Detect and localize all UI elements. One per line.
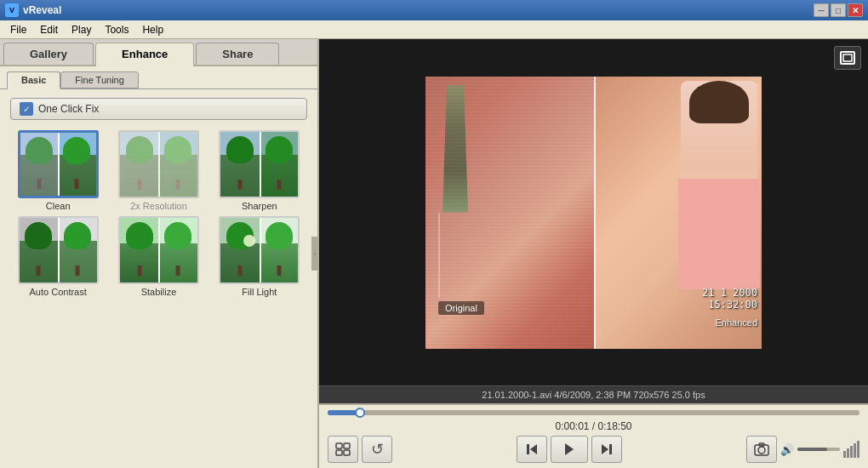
filllight-divider [260, 218, 261, 283]
svg-rect-3 [344, 443, 350, 448]
volume-area: 🔊 [780, 441, 859, 458]
time-display: 0:00:01 / 0:18:50 [328, 420, 859, 432]
snapshot-button[interactable] [746, 436, 777, 463]
svg-rect-7 [527, 444, 529, 454]
window-controls: ─ □ ✕ [814, 3, 863, 17]
maximize-button[interactable]: □ [831, 3, 846, 17]
filter-filllight-thumb [219, 216, 300, 284]
refresh-button[interactable]: ↺ [362, 436, 392, 463]
filter-filllight[interactable]: Fill Light [212, 216, 307, 297]
subtab-basic[interactable]: Basic [7, 71, 60, 89]
filter-sharpen-thumb [219, 130, 300, 198]
transport-controls: 0:00:01 / 0:18:50 ↺ [319, 403, 868, 468]
menubar: File Edit Play Tools Help [0, 20, 868, 39]
filter-autocontrast-thumb [18, 216, 99, 284]
controls-row: ↺ [328, 436, 859, 463]
top-tabs: Gallery Enhance Share [0, 39, 317, 66]
filter-autocontrast-label: Auto Contrast [30, 287, 87, 297]
svg-marker-6 [530, 444, 537, 454]
volume-fill [797, 448, 827, 451]
resolution-divider [158, 132, 160, 197]
menu-file[interactable]: File [3, 22, 33, 37]
filter-resolution-label: 2x Resolution [130, 201, 187, 211]
filter-filllight-label: Fill Light [242, 287, 277, 297]
svg-marker-9 [602, 444, 608, 454]
filter-clean-thumb [18, 130, 99, 198]
tab-gallery[interactable]: Gallery [3, 43, 94, 65]
menu-play[interactable]: Play [65, 22, 98, 37]
skip-back-button[interactable] [517, 436, 547, 463]
enhanced-label: Enhanced [715, 317, 757, 328]
filter-resolution-thumb [118, 130, 199, 198]
svg-rect-2 [336, 443, 342, 448]
check-icon: ✓ [20, 102, 33, 116]
titlebar: V vReveal ─ □ ✕ [0, 0, 868, 20]
filter-sharpen-label: Sharpen [242, 201, 277, 211]
minimize-button[interactable]: ─ [814, 3, 829, 17]
filter-resolution[interactable]: 2x Resolution [111, 130, 206, 211]
menu-edit[interactable]: Edit [33, 22, 65, 37]
filter-sharpen[interactable]: Sharpen [212, 130, 307, 211]
one-click-area: ✓ One Click Fix [0, 89, 317, 127]
clean-divider [58, 133, 60, 196]
seek-bar-container [328, 410, 859, 415]
volume-slider[interactable] [797, 448, 840, 451]
svg-rect-4 [336, 450, 342, 455]
skip-forward-button[interactable] [591, 436, 622, 463]
filter-grid: Clean 2x Resolution [0, 127, 317, 304]
right-panel: 21 1 2000 15:32:00 Enhanced Original 21.… [319, 39, 868, 468]
filter-stabilize-label: Stabilize [141, 287, 177, 297]
filter-clean-label: Clean [46, 201, 71, 211]
filter-clean[interactable]: Clean [10, 130, 106, 211]
menu-help[interactable]: Help [135, 22, 170, 37]
fullscreen-button[interactable] [834, 46, 861, 70]
app-icon: V [5, 3, 19, 17]
one-click-fix-button[interactable]: ✓ One Click Fix [10, 98, 307, 120]
video-timestamp: 21 1 2000 15:32:00 [702, 287, 757, 311]
menu-tools[interactable]: Tools [98, 22, 135, 37]
svg-rect-1 [843, 54, 852, 61]
volume-bars [843, 441, 859, 458]
play-button[interactable] [551, 436, 588, 463]
main-layout: Gallery Enhance Share Basic Fine Tuning … [0, 39, 868, 468]
tab-share[interactable]: Share [196, 43, 279, 65]
sub-tabs: Basic Fine Tuning [0, 66, 317, 89]
left-panel: Gallery Enhance Share Basic Fine Tuning … [0, 39, 319, 468]
seek-bar-thumb[interactable] [355, 408, 365, 418]
video-display: 21 1 2000 15:32:00 Enhanced Original [425, 77, 762, 349]
seek-bar-track[interactable] [328, 410, 859, 415]
filter-stabilize-thumb [118, 216, 199, 284]
tab-enhance[interactable]: Enhance [95, 43, 194, 66]
sharpen-divider [260, 132, 261, 197]
video-split-divider [594, 77, 596, 349]
filter-stabilize[interactable]: Stabilize [111, 216, 206, 297]
original-label: Original [438, 301, 484, 315]
video-area: 21 1 2000 15:32:00 Enhanced Original [319, 39, 868, 385]
close-button[interactable]: ✕ [848, 3, 863, 17]
svg-rect-5 [344, 450, 350, 455]
video-info-bar: 21.01.2000-1.avi 4/6/2009, 2:38 PM 720x5… [319, 385, 868, 403]
filter-autocontrast[interactable]: Auto Contrast [10, 216, 106, 297]
subtab-finetuning[interactable]: Fine Tuning [60, 71, 138, 88]
svg-point-12 [758, 447, 765, 454]
stabilize-divider [158, 218, 160, 283]
app-title: vReveal [23, 4, 61, 16]
volume-icon: 🔊 [780, 443, 794, 456]
autocontrast-divider [58, 218, 60, 283]
one-click-fix-label: One Click Fix [38, 103, 99, 115]
panel-collapse-handle[interactable]: › [311, 237, 318, 271]
svg-marker-8 [565, 443, 574, 455]
svg-rect-10 [609, 444, 612, 454]
grid-view-button[interactable] [328, 436, 358, 463]
